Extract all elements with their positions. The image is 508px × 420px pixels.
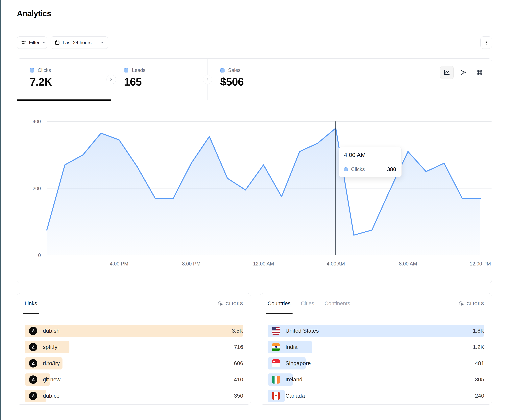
link-value: 606 xyxy=(234,360,243,367)
countries-rows: United States 1.8K India 1.2K Singapore … xyxy=(260,314,492,402)
calendar-icon xyxy=(55,40,60,45)
clicks-value: 7.2K xyxy=(30,75,111,88)
tab-clicks[interactable]: Clicks 7.2K xyxy=(17,59,111,100)
funnel-view-button[interactable] xyxy=(456,66,470,79)
tooltip-series-label: Clicks xyxy=(351,166,384,172)
links-panel: Links CLICKS dub.sh 3.5K spti.fy xyxy=(17,293,251,405)
stat-tabs-row: Clicks 7.2K Leads 165 Sales $506 xyxy=(17,59,492,100)
chart-view-toggles xyxy=(440,66,486,79)
table-grid-icon xyxy=(476,69,483,76)
tab-continents[interactable]: Continents xyxy=(325,293,350,314)
filter-button[interactable]: Filter xyxy=(17,36,47,49)
tab-countries[interactable]: Countries xyxy=(268,293,291,314)
table-view-button[interactable] xyxy=(473,66,486,79)
link-label: dub.co xyxy=(43,393,60,399)
more-options-button[interactable] xyxy=(480,36,492,49)
stat-label: Clicks xyxy=(38,67,51,73)
clicks-legend-chip xyxy=(30,68,34,72)
tooltip-time: 4:00 AM xyxy=(339,147,402,162)
funnel-icon xyxy=(460,69,467,76)
metric-label: CLICKS xyxy=(226,301,243,306)
country-row[interactable]: Singapore 481 xyxy=(268,357,484,369)
sales-value: $506 xyxy=(220,75,346,88)
leads-legend-chip xyxy=(124,68,128,72)
svg-text:4:00 PM: 4:00 PM xyxy=(110,261,128,267)
countries-panel: Countries Cities Continents CLICKS Unite… xyxy=(260,293,492,405)
clicks-timeseries-chart[interactable]: 02004004:00 PM8:00 PM12:00 AM4:00 AM8:00… xyxy=(17,100,492,283)
metric-label: CLICKS xyxy=(467,301,484,306)
country-row[interactable]: United States 1.8K xyxy=(268,325,484,337)
dub-logo-icon xyxy=(29,392,37,400)
sales-legend-chip xyxy=(220,68,224,72)
link-row[interactable]: dub.sh 3.5K xyxy=(25,325,243,337)
svg-text:12:00 PM: 12:00 PM xyxy=(470,261,491,267)
analytics-card: Clicks 7.2K Leads 165 Sales $506 xyxy=(17,58,492,283)
expand-clicks-chevron[interactable] xyxy=(106,75,116,84)
link-value: 350 xyxy=(234,393,243,399)
tab-leads[interactable]: Leads 165 xyxy=(111,59,208,100)
country-value: 305 xyxy=(475,377,484,383)
svg-text:8:00 PM: 8:00 PM xyxy=(182,261,201,267)
date-range-button[interactable]: Last 24 hours xyxy=(51,36,108,49)
dub-logo-icon xyxy=(29,359,37,368)
stat-label: Sales xyxy=(228,67,241,73)
country-row[interactable]: India 1.2K xyxy=(268,341,484,353)
cursor-click-icon xyxy=(458,301,464,307)
svg-text:12:00 AM: 12:00 AM xyxy=(253,261,274,267)
country-value: 1.8K xyxy=(473,328,484,334)
leads-value: 165 xyxy=(124,75,207,88)
filter-icon xyxy=(21,40,26,45)
dub-logo-icon xyxy=(29,327,37,335)
chevron-down-icon xyxy=(100,40,104,45)
chevron-down-icon xyxy=(42,41,46,44)
links-metric-header[interactable]: CLICKS xyxy=(217,301,243,307)
date-range-label: Last 24 hours xyxy=(63,40,91,45)
country-label: Singapore xyxy=(285,360,311,367)
link-row[interactable]: dub.co 350 xyxy=(25,390,243,402)
link-row[interactable]: git.new 410 xyxy=(25,373,243,386)
page-title: Analytics xyxy=(17,9,51,18)
link-value: 3.5K xyxy=(232,328,243,334)
link-value: 716 xyxy=(234,344,243,350)
country-value: 240 xyxy=(475,393,484,399)
link-label: git.new xyxy=(43,377,60,383)
singapore-flag-icon xyxy=(272,359,280,367)
tab-sales[interactable]: Sales $506 xyxy=(208,59,346,100)
us-flag-icon xyxy=(272,327,280,335)
svg-text:4:00 AM: 4:00 AM xyxy=(327,261,345,267)
chart-tooltip: 4:00 AM Clicks 380 xyxy=(339,147,402,177)
canada-flag-icon xyxy=(272,392,280,400)
tooltip-series-chip xyxy=(344,167,348,171)
tab-cities[interactable]: Cities xyxy=(301,293,314,314)
cursor-click-icon xyxy=(217,301,223,307)
dub-logo-icon xyxy=(29,343,37,351)
tab-links[interactable]: Links xyxy=(25,293,37,314)
line-chart-icon xyxy=(443,69,450,76)
link-row[interactable]: d.to/try 606 xyxy=(25,357,243,369)
kebab-menu-icon xyxy=(484,40,489,45)
country-value: 1.2K xyxy=(473,344,484,350)
country-label: Canada xyxy=(285,393,305,399)
svg-text:400: 400 xyxy=(32,119,41,124)
country-value: 481 xyxy=(475,360,484,367)
countries-metric-header[interactable]: CLICKS xyxy=(458,301,484,307)
dub-logo-icon xyxy=(29,376,37,384)
india-flag-icon xyxy=(272,343,280,351)
ireland-flag-icon xyxy=(272,376,280,384)
link-label: spti.fyi xyxy=(43,344,59,350)
link-row[interactable]: spti.fyi 716 xyxy=(25,341,243,353)
links-rows: dub.sh 3.5K spti.fyi 716 d.to/try 606 xyxy=(17,314,251,402)
country-row[interactable]: Ireland 305 xyxy=(268,373,484,386)
expand-leads-chevron[interactable] xyxy=(203,75,212,84)
filter-button-label: Filter xyxy=(29,40,39,45)
link-label: d.to/try xyxy=(43,360,60,367)
country-row[interactable]: Canada 240 xyxy=(268,390,484,402)
country-label: United States xyxy=(285,328,319,334)
link-label: dub.sh xyxy=(43,328,60,334)
tooltip-value: 380 xyxy=(387,166,396,173)
line-chart-view-button[interactable] xyxy=(440,66,454,79)
link-value: 410 xyxy=(234,377,243,383)
svg-text:8:00 AM: 8:00 AM xyxy=(399,261,417,267)
svg-text:0: 0 xyxy=(38,252,41,258)
stat-label: Leads xyxy=(132,67,145,73)
